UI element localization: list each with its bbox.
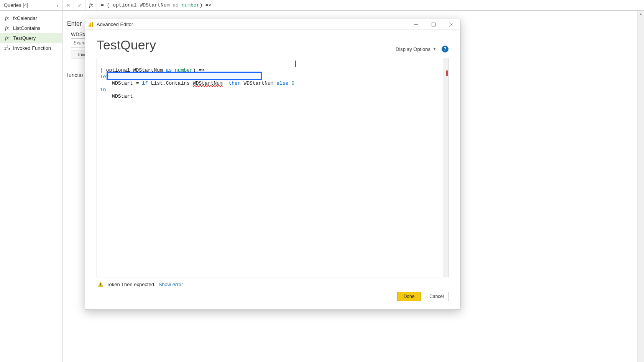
show-error-link[interactable]: Show error xyxy=(159,282,183,287)
maximize-button[interactable] xyxy=(425,19,442,30)
cancel-button[interactable]: Cancel xyxy=(425,292,449,301)
query-item-invoked-function[interactable]: 12₃ Invoked Function xyxy=(0,43,62,53)
dialog-buttons: Done Cancel xyxy=(97,290,449,305)
advanced-editor-dialog: Advanced Editor TestQuery Display Option… xyxy=(85,19,460,310)
fx-icon: fx xyxy=(4,25,10,31)
commit-icon[interactable]: ✓ xyxy=(74,0,85,10)
code-editor[interactable]: ( optional WDStartNum as number) => let … xyxy=(97,58,443,277)
query-item-label: ListContains xyxy=(13,25,41,31)
close-button[interactable] xyxy=(442,19,460,30)
minimize-button[interactable] xyxy=(407,19,425,30)
svg-rect-1 xyxy=(90,23,91,27)
fx-icon[interactable]: fx xyxy=(85,0,97,10)
heading-right: Display Options ▼ ? xyxy=(396,46,449,52)
vertical-scrollbar[interactable]: ▲ xyxy=(637,11,644,362)
status-message: Token Then expected. xyxy=(107,282,156,287)
help-icon[interactable]: ? xyxy=(442,46,449,52)
query-item-label: TestQuery xyxy=(13,35,36,41)
cancel-icon[interactable]: ✕ xyxy=(62,0,74,10)
param-label: WDSta xyxy=(71,31,87,37)
display-options-label: Display Options xyxy=(396,46,430,52)
queries-panel: Queries [4] ‹ fx fxCalendar fx ListConta… xyxy=(0,0,62,362)
done-button[interactable]: Done xyxy=(397,292,421,301)
query-heading: TestQuery xyxy=(97,38,156,52)
queries-header-label: Queries [4] xyxy=(4,2,28,8)
query-item-testquery[interactable]: fx TestQuery xyxy=(0,33,62,43)
editor-scrollbar[interactable] xyxy=(443,58,448,277)
editor-container: ( optional WDStartNum as number) => let … xyxy=(97,58,449,277)
formula-text[interactable]: = ( optional WDStartNum as number) => xyxy=(97,2,644,8)
error-marker[interactable] xyxy=(446,70,448,76)
fx-icon: fx xyxy=(4,35,10,41)
chevron-down-icon: ▼ xyxy=(433,47,436,51)
queries-header: Queries [4] ‹ xyxy=(0,0,62,11)
enter-parameters-label: Enter xyxy=(67,20,82,27)
powerbi-icon xyxy=(87,21,94,28)
collapse-panel-button[interactable]: ‹ xyxy=(55,2,60,8)
fx-icon: fx xyxy=(4,15,10,21)
warning-icon xyxy=(97,281,104,287)
query-item-label: Invoked Function xyxy=(13,45,51,51)
query-list: fx fxCalendar fx ListContains fx TestQue… xyxy=(0,11,62,53)
svg-rect-4 xyxy=(432,23,435,26)
svg-rect-2 xyxy=(92,22,93,27)
query-item-fxcalendar[interactable]: fx fxCalendar xyxy=(0,13,62,23)
status-row: Token Then expected. Show error xyxy=(97,277,449,290)
formula-bar: ✕ ✓ fx = ( optional WDStartNum as number… xyxy=(62,0,644,11)
window-controls xyxy=(407,19,460,30)
number-icon: 12₃ xyxy=(4,45,10,51)
scroll-up-icon[interactable]: ▲ xyxy=(637,11,644,18)
function-label: functio xyxy=(67,72,83,78)
heading-row: TestQuery Display Options ▼ ? xyxy=(97,38,449,52)
svg-rect-0 xyxy=(89,25,90,27)
query-item-listcontains[interactable]: fx ListContains xyxy=(0,23,62,33)
text-cursor xyxy=(295,61,296,67)
display-options-dropdown[interactable]: Display Options ▼ xyxy=(396,46,436,52)
svg-point-9 xyxy=(100,285,101,286)
titlebar: Advanced Editor xyxy=(85,19,460,30)
dialog-body: TestQuery Display Options ▼ ? ( optional… xyxy=(85,30,460,310)
dialog-title: Advanced Editor xyxy=(97,21,133,27)
query-item-label: fxCalendar xyxy=(13,15,37,21)
